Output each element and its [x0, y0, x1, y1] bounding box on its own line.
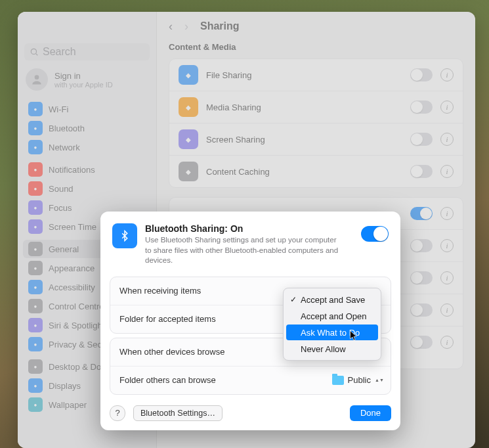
- info-icon[interactable]: i: [440, 68, 454, 81]
- content-row-label: File Sharing: [206, 70, 410, 80]
- sidebar-item-label: Control Centre: [49, 302, 104, 311]
- dropdown-item[interactable]: Never Allow: [286, 341, 378, 357]
- help-button[interactable]: ?: [110, 405, 125, 421]
- when-receiving-dropdown[interactable]: ✓Accept and SaveAccept and OpenAsk What …: [283, 288, 381, 361]
- folder-icon: [332, 376, 344, 385]
- dropdown-item[interactable]: ✓Accept and Save: [286, 292, 378, 307]
- folder-others-value: Public: [348, 375, 371, 385]
- done-button[interactable]: Done: [350, 405, 391, 421]
- focus-icon: ●: [28, 200, 43, 215]
- sidebar-item-label: Siri & Spotlight: [49, 321, 104, 330]
- content-row[interactable]: ◆Screen Sharingi: [169, 123, 463, 156]
- content-row-toggle[interactable]: [410, 101, 433, 114]
- info-icon[interactable]: i: [440, 271, 454, 284]
- content-row-label: Media Sharing: [206, 102, 410, 112]
- dropdown-item-label: Accept and Save: [301, 295, 365, 305]
- content-row-label: Screen Sharing: [206, 135, 410, 145]
- service-row-toggle[interactable]: [410, 207, 433, 220]
- sound-icon: ●: [28, 181, 43, 196]
- content-row-label: Content Caching: [206, 167, 410, 177]
- sidebar-item-label: Focus: [49, 203, 72, 213]
- displays-icon: ●: [28, 378, 43, 393]
- dropdown-item-label: Never Allow: [301, 344, 346, 354]
- header: ‹ › Sharing: [157, 12, 475, 41]
- info-icon[interactable]: i: [440, 239, 454, 252]
- privacy-icon: ●: [28, 337, 43, 351]
- when-receiving-label: When receiving items: [119, 286, 201, 296]
- search-placeholder: Search: [43, 46, 76, 58]
- folder-others-select[interactable]: Public ▲▼: [332, 375, 381, 385]
- sidebar-item-label: Wi-Fi: [49, 104, 68, 114]
- service-row-toggle[interactable]: [410, 271, 433, 284]
- sidebar-item-label: Appearance: [49, 263, 95, 273]
- content-row-toggle[interactable]: [410, 68, 433, 81]
- content-row-toggle[interactable]: [410, 165, 433, 178]
- account-title: Sign in: [54, 71, 113, 81]
- content-row[interactable]: ◆Content Cachingi: [169, 156, 463, 187]
- dropdown-item[interactable]: Ask What to Do: [286, 325, 378, 340]
- hourglass-icon: ●: [28, 219, 43, 234]
- gear-icon: ●: [28, 242, 43, 256]
- sidebar-item-label: Wallpaper: [49, 400, 87, 410]
- sidebar-item-label: Notifications: [49, 165, 95, 175]
- bell-icon: ●: [28, 162, 43, 177]
- cache-icon: ◆: [179, 162, 198, 181]
- sidebar-item-label: General: [49, 244, 79, 254]
- sidebar-item-sound[interactable]: ●Sound: [23, 179, 151, 198]
- avatar: [26, 68, 48, 91]
- sidebar-item-label: Sound: [49, 184, 74, 194]
- siri-icon: ●: [28, 318, 43, 332]
- svg-line-1: [36, 54, 38, 56]
- bluetooth-icon: [112, 223, 137, 248]
- info-icon[interactable]: i: [440, 303, 454, 317]
- info-icon[interactable]: i: [440, 336, 454, 349]
- sidebar-item-bluetooth[interactable]: ●Bluetooth: [23, 119, 151, 137]
- cursor-icon: [349, 330, 358, 342]
- sidebar-item-label: Network: [49, 143, 80, 152]
- account-row[interactable]: Sign in with your Apple ID: [26, 68, 148, 91]
- info-icon[interactable]: i: [440, 207, 454, 220]
- wallpaper-icon: ●: [28, 397, 43, 412]
- dropdown-item[interactable]: Accept and Open: [286, 308, 378, 324]
- account-subtitle: with your Apple ID: [54, 81, 113, 89]
- service-row-toggle[interactable]: [410, 239, 433, 252]
- sidebar-item-wi-fi[interactable]: ●Wi-Fi: [23, 100, 151, 118]
- check-icon: ✓: [290, 295, 297, 304]
- folder-icon: ◆: [179, 65, 198, 85]
- info-icon[interactable]: i: [440, 165, 454, 178]
- sidebar-item-network[interactable]: ●Network: [23, 138, 151, 156]
- service-row-toggle[interactable]: [410, 336, 433, 349]
- folder-browse-label: Folder others can browse: [119, 375, 216, 385]
- sidebar-item-label: Bluetooth: [49, 123, 85, 133]
- back-button[interactable]: ‹: [169, 20, 173, 34]
- person-icon: [30, 73, 43, 86]
- accessibility-icon: ●: [28, 280, 43, 294]
- bluetooth-sharing-toggle[interactable]: [361, 226, 389, 242]
- sidebar-item-label: Screen Time: [49, 222, 96, 232]
- info-icon[interactable]: i: [440, 133, 454, 146]
- svg-point-2: [35, 75, 39, 79]
- media-icon: ◆: [179, 97, 198, 117]
- folder-accepted-label: Folder for accepted items: [119, 314, 216, 324]
- bluetooth-settings-button[interactable]: Bluetooth Settings…: [133, 405, 223, 421]
- search-input[interactable]: Search: [24, 43, 150, 60]
- content-media-panel: ◆File Sharingi◆Media Sharingi◆Screen Sha…: [169, 58, 463, 188]
- content-row[interactable]: ◆Media Sharingi: [169, 91, 463, 123]
- info-icon[interactable]: i: [440, 101, 454, 114]
- forward-button[interactable]: ›: [184, 20, 188, 34]
- screen-icon: ◆: [179, 129, 198, 149]
- content-row[interactable]: ◆File Sharingi: [169, 59, 463, 91]
- chevron-up-down-icon: ▲▼: [375, 376, 381, 385]
- wifi-icon: ●: [28, 102, 43, 116]
- sidebar-item-label: Displays: [49, 381, 81, 391]
- dropdown-item-label: Accept and Open: [301, 311, 366, 321]
- svg-point-0: [31, 49, 36, 54]
- service-row-toggle[interactable]: [410, 303, 433, 317]
- sidebar-item-notifications[interactable]: ●Notifications: [23, 160, 151, 179]
- appearance-icon: ●: [28, 261, 43, 275]
- when-browse-label: When other devices browse: [119, 347, 224, 357]
- desktop-icon: ●: [28, 359, 43, 374]
- content-row-toggle[interactable]: [410, 133, 433, 146]
- modal-description: Use Bluetooth Sharing settings and set u…: [145, 235, 342, 266]
- bluetooth-icon: ●: [28, 121, 43, 135]
